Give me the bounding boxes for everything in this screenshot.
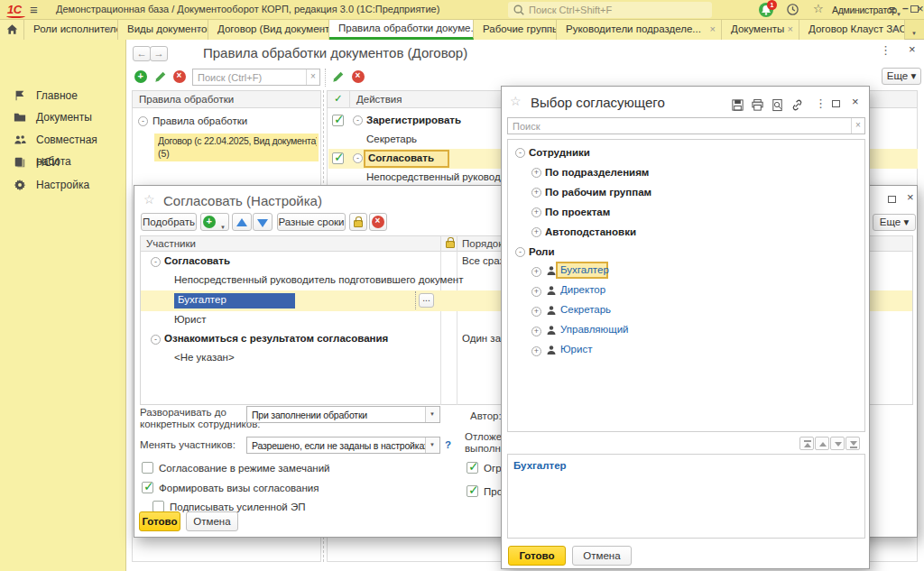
move-up-button[interactable]: [815, 437, 829, 450]
tree-collapse-icon[interactable]: [151, 257, 161, 267]
picker-done-button[interactable]: Готово: [508, 546, 566, 566]
prolong-checkbox[interactable]: [467, 485, 478, 497]
tab-dokumenty[interactable]: Документы×: [722, 20, 799, 40]
tab-roli-ispolniteley[interactable]: Роли исполнителей×: [24, 20, 118, 40]
ellipsis-button[interactable]: ...: [419, 293, 434, 308]
favorite-star-icon[interactable]: [510, 94, 522, 109]
tab-close-icon[interactable]: ×: [197, 20, 202, 38]
delete-action-icon[interactable]: [352, 70, 365, 83]
action-approve-checkbox[interactable]: [332, 152, 344, 164]
clear-search-icon[interactable]: ×: [851, 118, 864, 134]
picker-cancel-button[interactable]: Отмена: [572, 546, 632, 566]
rules-search-input[interactable]: Поиск (Ctrl+F) ×: [192, 69, 320, 86]
move-down-button[interactable]: [253, 213, 273, 231]
row-review[interactable]: Ознакомиться с результатом согласования: [164, 333, 388, 345]
tree-collapse-icon[interactable]: [515, 148, 525, 158]
link-icon[interactable]: [790, 98, 804, 115]
tree-expand-icon[interactable]: [531, 287, 541, 297]
tabs-overflow-caret-icon[interactable]: [911, 26, 917, 39]
visas-checkbox[interactable]: [142, 482, 153, 493]
rules-root-node[interactable]: Правила обработки: [152, 115, 247, 128]
rules-panel-header[interactable]: Правила обработки: [132, 90, 321, 108]
global-search-input[interactable]: Поиск Ctrl+Shift+F: [508, 2, 712, 18]
minimize-button[interactable]: [902, 2, 909, 15]
dialog-more-icon[interactable]: [815, 97, 827, 111]
expand-combo[interactable]: При заполнении обработки: [246, 406, 440, 423]
limit-checkbox[interactable]: [467, 462, 478, 474]
settings-cancel-button[interactable]: Отмена: [186, 511, 238, 531]
main-more-button[interactable]: Еще ▾: [882, 68, 921, 85]
move-bottom-button[interactable]: [845, 437, 860, 450]
tree-by-workgroups[interactable]: По рабочим группам: [545, 187, 651, 199]
combo-caret-icon[interactable]: [425, 407, 439, 422]
favorites-star-icon[interactable]: [813, 2, 824, 16]
action-approve-performer[interactable]: Непосредственный руководи: [366, 171, 506, 184]
delete-icon[interactable]: [173, 70, 186, 83]
tree-expand-icon[interactable]: [531, 346, 541, 356]
save-icon[interactable]: [731, 98, 744, 115]
close-button[interactable]: [917, 2, 924, 16]
tab-dogovor-klaust[interactable]: Договор Клауст ЗАО (7773...×: [799, 20, 905, 40]
clear-search-icon[interactable]: ×: [306, 69, 319, 85]
tab-rabochie-gruppy[interactable]: Рабочие группы×: [474, 20, 557, 40]
tree-by-departments[interactable]: По подразделениям: [545, 167, 649, 180]
tree-employees[interactable]: Сотрудники: [529, 147, 590, 160]
preview-icon[interactable]: [771, 98, 784, 115]
tab-close-icon[interactable]: ×: [545, 20, 550, 38]
tree-expand-icon[interactable]: [531, 207, 541, 217]
sidebar-item-nsi[interactable]: НСИ: [0, 152, 126, 173]
settings-done-button[interactable]: Готово: [139, 511, 180, 531]
visas-checkbox-label[interactable]: Формировать визы согласования: [159, 483, 319, 495]
delete-button[interactable]: [369, 213, 387, 231]
tree-expand-icon[interactable]: [531, 168, 541, 178]
row-manager[interactable]: Непосредственный руководитель подготовив…: [174, 274, 463, 287]
main-menu-icon[interactable]: [30, 2, 38, 18]
edit-icon[interactable]: [154, 70, 167, 83]
change-combo[interactable]: Разрешено, если не заданы в настройках: [246, 437, 440, 454]
dialog-maximize-icon[interactable]: [832, 100, 840, 107]
tree-by-projects[interactable]: По проектам: [545, 207, 610, 219]
form-close-icon[interactable]: [909, 42, 916, 57]
action-approve[interactable]: Согласовать: [368, 152, 434, 165]
dialog-close-icon[interactable]: [852, 95, 859, 109]
settings-more-button[interactable]: Еще ▾: [873, 214, 916, 231]
sidebar-item-sovmestnaya-rabota[interactable]: Совместная работа: [0, 129, 126, 151]
tab-close-icon[interactable]: ×: [462, 20, 467, 38]
add-icon[interactable]: [134, 70, 147, 83]
tree-collapse-icon[interactable]: [138, 116, 148, 126]
tab-close-icon[interactable]: ×: [710, 20, 716, 38]
tree-role-yurist[interactable]: Юрист: [560, 344, 592, 356]
sidebar-item-dokumenty[interactable]: Документы: [0, 106, 126, 128]
combo-caret-icon[interactable]: [425, 437, 439, 453]
dialog-maximize-icon[interactable]: [888, 196, 896, 203]
action-register-checkbox[interactable]: [332, 115, 344, 126]
row-approve[interactable]: Согласовать: [164, 255, 230, 268]
add-split-button[interactable]: [200, 213, 229, 231]
form-more-icon[interactable]: [880, 43, 892, 58]
tab-close-icon[interactable]: ×: [318, 20, 323, 38]
favorite-star-icon[interactable]: [143, 192, 155, 207]
tree-collapse-icon[interactable]: [151, 335, 161, 345]
tree-expand-icon[interactable]: [531, 327, 541, 336]
current-user[interactable]: Администратор: [832, 5, 897, 16]
tab-close-icon[interactable]: ×: [788, 20, 793, 38]
remarks-checkbox[interactable]: [142, 462, 153, 474]
tree-expand-icon[interactable]: [531, 227, 541, 237]
tab-pravila-obrabotki[interactable]: Правила обработки докуме...×: [329, 20, 474, 40]
dialog-close-icon[interactable]: [907, 190, 914, 205]
tab-home[interactable]: [0, 20, 24, 40]
row-lawyer[interactable]: Юрист: [174, 314, 206, 327]
tab-close-icon[interactable]: ×: [893, 20, 899, 38]
tree-expand-icon[interactable]: [531, 267, 541, 277]
tree-role-buhgalter[interactable]: Бухгалтер: [560, 264, 609, 277]
edit-action-icon[interactable]: [332, 70, 345, 83]
tree-expand-icon[interactable]: [531, 188, 541, 198]
help-icon[interactable]: ?: [445, 439, 451, 452]
selected-cell[interactable]: Бухгалтер: [174, 293, 295, 309]
nav-forward-button[interactable]: →: [150, 46, 168, 61]
rules-selected-item[interactable]: Договор (с 22.04.2025, Вид документа) (5…: [154, 134, 319, 161]
sidebar-item-glavnoe[interactable]: Главное: [0, 85, 126, 106]
tab-close-icon[interactable]: ×: [106, 20, 112, 38]
tree-role-sekretar[interactable]: Секретарь: [560, 304, 611, 317]
move-up-button[interactable]: [232, 213, 252, 231]
